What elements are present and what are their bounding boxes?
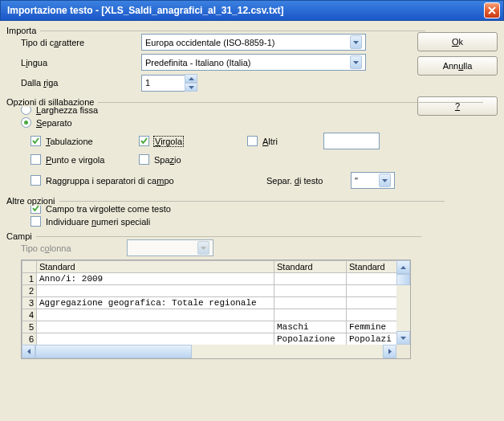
chk-merge[interactable] (30, 175, 41, 186)
chk-semicolon[interactable] (30, 154, 41, 165)
chevron-down-icon (350, 35, 362, 49)
preview-pane: Standard Standard Standard 1Anno/i: 2009… (21, 260, 411, 359)
table-row: 1Anno/i: 2009 (22, 273, 397, 285)
legend-sillab: Opzioni di sillabazione (6, 97, 98, 107)
titlebar-text: Importazione testo - [XLS_Saldi_anagrafi… (7, 5, 484, 16)
col-header[interactable]: Standard (274, 261, 347, 273)
fromrow-input[interactable]: 1 (141, 75, 185, 92)
ok-button[interactable]: Ok (417, 32, 498, 51)
chk-semicolon-label: Punto e virgola (46, 155, 104, 165)
table-row: 2 (22, 285, 397, 297)
scroll-up-icon[interactable] (396, 260, 410, 274)
col-header[interactable]: Standard (37, 261, 274, 273)
chk-special-label: Individuare numeri speciali (46, 217, 150, 227)
other-input[interactable] (323, 133, 380, 149)
scroll-right-icon[interactable] (383, 345, 396, 358)
textsep-label: Separ. di testo (266, 176, 351, 186)
legend-importa: Importa (6, 26, 40, 35)
close-icon (488, 6, 496, 14)
fromrow-value: 1 (145, 78, 150, 88)
scrollbar-vertical[interactable] (396, 260, 410, 345)
chevron-down-icon (379, 174, 391, 187)
table-row: 3Aggregazione geografica: Totale regiona… (22, 297, 397, 309)
textsep-combo[interactable]: " (351, 172, 395, 189)
chk-quoted-label: Campo tra virgolette come testo (46, 204, 171, 214)
chk-tab[interactable] (30, 136, 41, 146)
titlebar: Importazione testo - [XLS_Saldi_anagrafi… (0, 0, 504, 21)
chk-other[interactable] (247, 136, 258, 146)
spin-down-icon[interactable] (185, 83, 197, 92)
legend-campi: Campi (6, 231, 36, 241)
chk-comma[interactable] (139, 136, 149, 146)
coltype-label: Tipo colonna (21, 243, 127, 253)
chk-tab-label: Tabulazione (46, 137, 93, 146)
fromrow-spinner[interactable] (185, 74, 197, 92)
charset-combo[interactable]: Europa occidentale (ISO-8859-1) (141, 34, 366, 51)
group-sillabazione: Opzioni di sillabazione Larghezza fissa … (6, 97, 411, 194)
header-row: Standard Standard Standard (22, 261, 397, 273)
preview-table[interactable]: Standard Standard Standard 1Anno/i: 2009… (22, 260, 396, 345)
spin-up-icon[interactable] (185, 74, 197, 83)
table-row: 5MaschiFemmine (22, 321, 397, 333)
chk-space[interactable] (139, 154, 149, 165)
group-altre: Altre opzioni Campo tra virgolette come … (6, 196, 411, 229)
chk-space-label: Spazio (154, 155, 181, 165)
lang-value: Predefinita - Italiano (Italia) (145, 58, 250, 67)
radio-separated[interactable] (21, 117, 31, 128)
chk-other-label: Altri (262, 137, 278, 146)
fromrow-label: Dalla riga (21, 78, 141, 88)
table-row: 4 (22, 309, 397, 321)
charset-value: Europa occidentale (ISO-8859-1) (145, 38, 274, 47)
close-button[interactable] (484, 2, 500, 18)
chevron-down-icon (197, 241, 209, 255)
scroll-down-icon[interactable] (396, 331, 410, 345)
coltype-combo[interactable] (127, 239, 213, 256)
lang-label: Lingua (21, 58, 141, 67)
chk-merge-label: Raggruppa i separatori di campo (46, 176, 266, 186)
lang-combo[interactable]: Predefinita - Italiano (Italia) (141, 54, 366, 71)
textsep-value: " (355, 176, 358, 186)
scrollbar-horizontal[interactable] (22, 345, 396, 358)
group-importa: Importa Tipo di carattere Europa occiden… (6, 26, 411, 95)
radio-separated-label: Separato (36, 118, 72, 128)
charset-label: Tipo di carattere (21, 38, 141, 47)
check-icon (32, 137, 39, 145)
check-icon (140, 137, 148, 145)
cancel-button[interactable]: Annulla (417, 56, 498, 76)
chk-special[interactable] (30, 216, 41, 227)
help-button[interactable]: ? (417, 96, 498, 116)
chk-comma-label: Virgola (154, 137, 183, 146)
check-icon (32, 205, 39, 212)
group-campi: Campi Tipo colonna Standard Standard Sta… (6, 231, 411, 412)
col-header[interactable]: Standard (347, 261, 397, 273)
table-row: 6PopolazionePopolazi (22, 333, 397, 345)
scroll-left-icon[interactable] (22, 345, 35, 358)
legend-altre: Altre opzioni (6, 196, 59, 206)
chevron-down-icon (350, 55, 362, 69)
